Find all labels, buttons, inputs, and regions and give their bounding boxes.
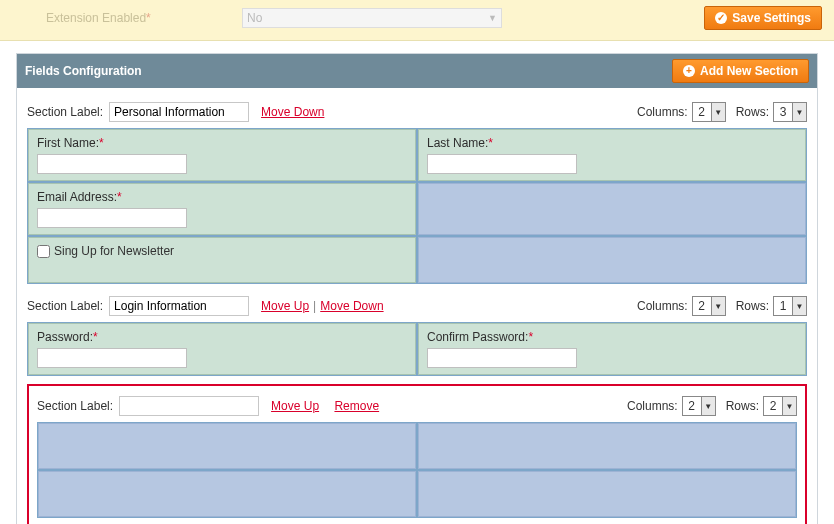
field-cell: Last Name:*: [418, 129, 806, 181]
check-icon: ✓: [715, 12, 727, 24]
rows-select-value: 2: [764, 397, 782, 415]
add-new-section-button[interactable]: + Add New Section: [672, 59, 809, 83]
extension-enabled-select[interactable]: No ▼: [242, 8, 502, 28]
section-header: Section Label:Move Up RemoveColumns:2▼Ro…: [37, 392, 797, 422]
columns-select[interactable]: 2▼: [692, 102, 726, 122]
checkbox-input[interactable]: [37, 245, 50, 258]
chevron-down-icon: ▼: [488, 13, 497, 23]
section: Section Label:Move DownColumns:2▼Rows:3▼…: [27, 98, 807, 284]
empty-cell: [418, 423, 796, 469]
remove-link[interactable]: Remove: [334, 399, 379, 413]
required-mark: *: [488, 136, 493, 150]
panel-header: Fields Configuration + Add New Section: [17, 54, 817, 88]
chevron-down-icon: ▼: [792, 103, 806, 121]
chevron-down-icon: ▼: [792, 297, 806, 315]
field-label: First Name:: [37, 136, 99, 150]
section-label-input[interactable]: [109, 102, 249, 122]
chevron-down-icon: ▼: [782, 397, 796, 415]
extension-enabled-value: No: [247, 11, 262, 25]
panel-body: Section Label:Move DownColumns:2▼Rows:3▼…: [17, 88, 817, 524]
fields-grid: Password:*Confirm Password:*: [27, 322, 807, 376]
columns-select[interactable]: 2▼: [682, 396, 716, 416]
empty-cell: [418, 471, 796, 517]
columns-select-value: 2: [693, 297, 711, 315]
rows-label: Rows:: [736, 299, 769, 313]
field-cell: Email Address:*: [28, 183, 416, 235]
section-dims: Columns:2▼Rows:1▼: [637, 296, 807, 316]
field-label: Password:: [37, 330, 93, 344]
rows-select-value: 3: [774, 103, 792, 121]
section-label-text: Section Label:: [27, 105, 103, 119]
password-input[interactable]: [37, 348, 187, 368]
rows-label: Rows:: [736, 105, 769, 119]
separator: |: [313, 299, 316, 313]
field-cell: Sing Up for Newsletter: [28, 237, 416, 283]
field-cell: Confirm Password:*: [418, 323, 806, 375]
section-label-text: Section Label:: [37, 399, 113, 413]
section-dims: Columns:2▼Rows:3▼: [637, 102, 807, 122]
columns-select[interactable]: 2▼: [692, 296, 726, 316]
settings-top-bar: Extension Enabled* No ▼ ✓ Save Settings: [0, 0, 834, 41]
section-header: Section Label:Move Up|Move DownColumns:2…: [27, 292, 807, 322]
extension-enabled-label: Extension Enabled*: [12, 11, 242, 25]
empty-cell: [418, 183, 806, 235]
section-actions: Move Up|Move Down: [261, 299, 384, 313]
columns-select-value: 2: [683, 397, 701, 415]
rows-select[interactable]: 1▼: [773, 296, 807, 316]
required-mark: *: [528, 330, 533, 344]
fields-grid: First Name:*Last Name:*Email Address:*Si…: [27, 128, 807, 284]
section-header: Section Label:Move DownColumns:2▼Rows:3▼: [27, 98, 807, 128]
columns-label: Columns:: [627, 399, 678, 413]
chevron-down-icon: ▼: [711, 103, 725, 121]
panel-title: Fields Configuration: [25, 64, 142, 78]
checkbox-field[interactable]: Sing Up for Newsletter: [37, 244, 407, 258]
section-label-input[interactable]: [119, 396, 259, 416]
checkbox-label: Sing Up for Newsletter: [54, 244, 174, 258]
rows-select-value: 1: [774, 297, 792, 315]
section-actions: Move Up Remove: [271, 399, 379, 413]
field-cell: Password:*: [28, 323, 416, 375]
text-input[interactable]: [37, 208, 187, 228]
separator: [325, 399, 328, 413]
empty-cell: [38, 423, 416, 469]
move_up-link[interactable]: Move Up: [271, 399, 319, 413]
move_up-link[interactable]: Move Up: [261, 299, 309, 313]
section-label-input[interactable]: [109, 296, 249, 316]
field-label: Confirm Password:: [427, 330, 528, 344]
plus-icon: +: [683, 65, 695, 77]
fields-grid: [37, 422, 797, 518]
field-label: Last Name:: [427, 136, 488, 150]
rows-select[interactable]: 2▼: [763, 396, 797, 416]
rows-select[interactable]: 3▼: [773, 102, 807, 122]
chevron-down-icon: ▼: [701, 397, 715, 415]
section: Section Label:Move Up RemoveColumns:2▼Ro…: [27, 384, 807, 524]
empty-cell: [418, 237, 806, 283]
field-label: Email Address:: [37, 190, 117, 204]
section: Section Label:Move Up|Move DownColumns:2…: [27, 292, 807, 376]
empty-cell: [38, 471, 416, 517]
password-input[interactable]: [427, 348, 577, 368]
section-dims: Columns:2▼Rows:2▼: [627, 396, 797, 416]
section-label-text: Section Label:: [27, 299, 103, 313]
columns-select-value: 2: [693, 103, 711, 121]
columns-label: Columns:: [637, 299, 688, 313]
chevron-down-icon: ▼: [711, 297, 725, 315]
text-input[interactable]: [427, 154, 577, 174]
fields-config-panel: Fields Configuration + Add New Section S…: [16, 53, 818, 524]
move_down-link[interactable]: Move Down: [261, 105, 324, 119]
move_down-link[interactable]: Move Down: [320, 299, 383, 313]
text-input[interactable]: [37, 154, 187, 174]
required-mark: *: [99, 136, 104, 150]
required-mark: *: [93, 330, 98, 344]
field-cell: First Name:*: [28, 129, 416, 181]
rows-label: Rows:: [726, 399, 759, 413]
save-settings-button[interactable]: ✓ Save Settings: [704, 6, 822, 30]
columns-label: Columns:: [637, 105, 688, 119]
section-actions: Move Down: [261, 105, 324, 119]
required-mark: *: [117, 190, 122, 204]
